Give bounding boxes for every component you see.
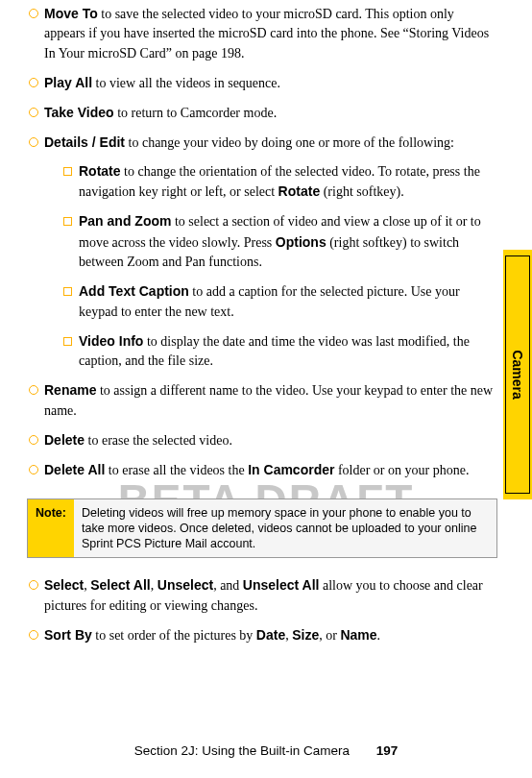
term: In Camcorder bbox=[248, 462, 334, 477]
list-item: Move To to save the selected video to yo… bbox=[27, 4, 497, 63]
term: Pan and Zoom bbox=[79, 213, 171, 229]
text: (right softkey). bbox=[320, 184, 403, 199]
page-number: 197 bbox=[376, 743, 399, 758]
term: Sort By bbox=[44, 627, 92, 643]
term: Select All bbox=[90, 577, 151, 593]
term: Unselect All bbox=[243, 577, 320, 593]
term: Rotate bbox=[278, 183, 321, 199]
note-box: Note: Deleting videos will free up memor… bbox=[27, 498, 497, 559]
list-item: Rotate to change the orientation of the … bbox=[44, 161, 497, 203]
text: to return to Camcorder mode. bbox=[114, 106, 278, 120]
term: Take Video bbox=[44, 105, 114, 120]
term: Add Text Caption bbox=[79, 283, 189, 299]
term: Size bbox=[292, 627, 319, 643]
text: to erase the selected video. bbox=[85, 433, 232, 448]
term: Name bbox=[340, 627, 376, 643]
term: Options bbox=[276, 234, 326, 250]
text: to view all the videos in sequence. bbox=[92, 76, 280, 90]
section-tab: Camera bbox=[503, 250, 532, 499]
text: to assign a different name to the video.… bbox=[44, 383, 493, 417]
list-item: Rename to assign a different name to the… bbox=[27, 380, 497, 421]
list-item: Sort By to set order of the pictures by … bbox=[27, 625, 497, 645]
page-content: Move To to save the selected video to yo… bbox=[27, 4, 497, 645]
list-item: Delete to erase the selected video. bbox=[27, 430, 497, 450]
term: Move To bbox=[44, 6, 98, 21]
term: Date bbox=[256, 627, 285, 643]
term: Delete bbox=[44, 432, 85, 448]
list-item: Delete All to erase all the videos the I… bbox=[27, 460, 497, 480]
list-item: Pan and Zoom to select a section of vide… bbox=[44, 211, 497, 272]
term: Unselect bbox=[157, 577, 213, 593]
text: to set order of the pictures by bbox=[92, 628, 256, 643]
list-item: Take Video to return to Camcorder mode. bbox=[27, 103, 497, 123]
text: to erase all the videos the bbox=[105, 463, 248, 477]
text: , and bbox=[213, 578, 243, 593]
text: . bbox=[377, 628, 381, 643]
list-item: Add Text Caption to add a caption for th… bbox=[44, 281, 497, 322]
list-item: Details / Edit to change your video by d… bbox=[27, 133, 497, 371]
text: folder or on your phone. bbox=[334, 463, 469, 477]
term: Rename bbox=[44, 382, 96, 398]
term: Delete All bbox=[44, 462, 105, 477]
bullet-list-3: Select, Select All, Unselect, and Unsele… bbox=[27, 575, 497, 645]
text: , or bbox=[319, 628, 340, 643]
bullet-list-2: Rotate to change the orientation of the … bbox=[44, 161, 497, 372]
text: to save the selected video to your micro… bbox=[44, 7, 489, 61]
term: Details / Edit bbox=[44, 134, 125, 150]
term: Play All bbox=[44, 75, 92, 90]
note-label: Note: bbox=[28, 499, 74, 558]
list-item: Video Info to display the date and time … bbox=[44, 331, 497, 372]
text: to change your video by doing one or mor… bbox=[125, 135, 454, 150]
term: Select bbox=[44, 577, 84, 593]
text: , bbox=[151, 578, 157, 593]
section-tab-inner: Camera bbox=[505, 255, 530, 494]
term: Video Info bbox=[79, 333, 143, 349]
term: Rotate bbox=[79, 163, 121, 179]
bullet-list-1: Move To to save the selected video to yo… bbox=[27, 4, 497, 481]
page-footer: Section 2J: Using the Built-in Camera 19… bbox=[0, 742, 532, 761]
section-tab-label: Camera bbox=[508, 350, 527, 399]
note-text: Deleting videos will free up memory spac… bbox=[74, 499, 496, 558]
footer-section: Section 2J: Using the Built-in Camera bbox=[134, 743, 350, 758]
list-item: Select, Select All, Unselect, and Unsele… bbox=[27, 575, 497, 616]
list-item: Play All to view all the videos in seque… bbox=[27, 73, 497, 93]
